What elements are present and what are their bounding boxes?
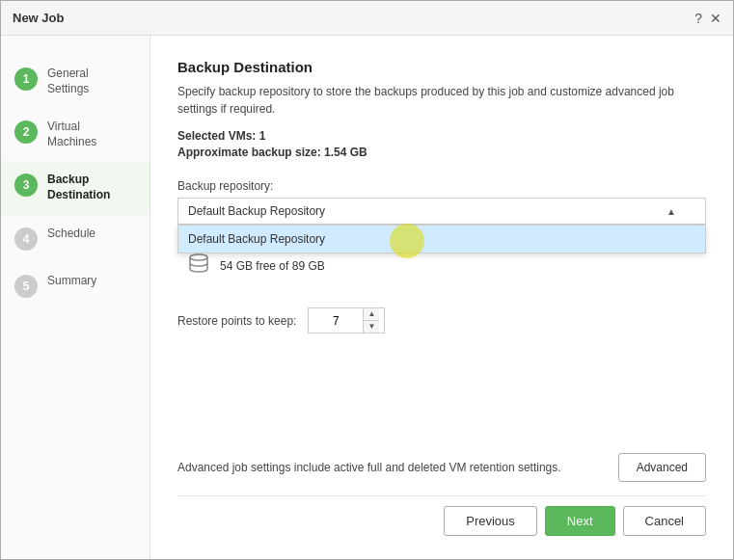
sidebar-item-summary[interactable]: 5 Summary: [1, 262, 150, 309]
restore-points-input[interactable]: 7: [309, 310, 363, 332]
step-label-1: GeneralSettings: [47, 67, 89, 96]
dropdown-item-default[interactable]: Default Backup Repository: [178, 226, 705, 253]
title-bar-icons: ? ✕: [694, 11, 721, 26]
page-title: Backup Destination: [177, 59, 706, 75]
restore-points-label: Restore points to keep:: [177, 314, 296, 328]
step-circle-1: 1: [14, 67, 38, 91]
window: New Job ? ✕ 1 GeneralSettings 2 VirtualM…: [0, 0, 734, 560]
approx-size-value: 1.54 GB: [324, 146, 367, 159]
main-panel: Backup Destination Specify backup reposi…: [150, 36, 733, 559]
database-icon: [187, 252, 210, 280]
previous-button[interactable]: Previous: [444, 506, 537, 536]
selected-vms-label: Selected VMs:: [177, 129, 256, 143]
footer-buttons: Previous Next Cancel: [177, 495, 706, 536]
step-label-4: Schedule: [47, 227, 95, 242]
sidebar-item-virtual-machines[interactable]: 2 VirtualMachines: [1, 108, 150, 161]
selected-vms-value: 1: [259, 129, 266, 143]
advanced-info: Advanced job settings include active ful…: [177, 453, 706, 482]
backup-repo-group: Backup repository: Default Backup Reposi…: [177, 179, 706, 225]
selected-vms-row: Selected VMs: 1: [177, 129, 706, 143]
bottom-section: Advanced job settings include active ful…: [177, 453, 706, 536]
next-button[interactable]: Next: [545, 506, 615, 536]
advanced-button[interactable]: Advanced: [618, 453, 706, 482]
backup-repo-dropdown-wrapper: Default Backup Repository ▲ Default Back…: [177, 198, 706, 225]
sidebar: 1 GeneralSettings 2 VirtualMachines 3 Ba…: [1, 36, 150, 559]
step-circle-2: 2: [14, 120, 38, 144]
advanced-info-text: Advanced job settings include active ful…: [177, 459, 561, 476]
approx-size-row: Approximate backup size: 1.54 GB: [177, 146, 706, 159]
section-description: Specify backup repository to store the b…: [177, 83, 706, 118]
step-circle-3: 3: [14, 173, 38, 197]
spinner-down-button[interactable]: ▼: [364, 321, 379, 333]
step-circle-4: 4: [14, 227, 38, 251]
window-title: New Job: [13, 11, 64, 25]
restore-points-spinner[interactable]: 7 ▲ ▼: [308, 307, 385, 333]
backup-repo-label: Backup repository:: [177, 179, 706, 193]
chevron-up-icon: ▲: [666, 206, 676, 217]
step-label-2: VirtualMachines: [47, 120, 96, 149]
close-icon[interactable]: ✕: [710, 11, 721, 26]
sidebar-item-schedule[interactable]: 4 Schedule: [1, 215, 150, 262]
step-label-5: Summary: [47, 274, 96, 289]
step-circle-5: 5: [14, 275, 38, 298]
restore-points-group: Restore points to keep: 7 ▲ ▼: [177, 307, 706, 333]
approx-size-label: Approximate backup size:: [177, 146, 321, 159]
svg-point-0: [190, 254, 207, 260]
title-bar-left: New Job: [13, 11, 64, 25]
dropdown-value: Default Backup Repository: [188, 204, 325, 218]
content: 1 GeneralSettings 2 VirtualMachines 3 Ba…: [1, 36, 733, 559]
spinner-buttons: ▲ ▼: [363, 308, 379, 333]
step-label-3: BackupDestination: [47, 173, 110, 202]
title-bar: New Job ? ✕: [1, 1, 733, 36]
sidebar-item-backup-destination[interactable]: 3 BackupDestination: [1, 161, 150, 214]
sidebar-item-general-settings[interactable]: 1 GeneralSettings: [1, 55, 150, 108]
help-icon[interactable]: ?: [694, 11, 702, 26]
backup-repo-dropdown[interactable]: Default Backup Repository ▲: [177, 198, 706, 225]
repo-free-space: 54 GB free of 89 GB: [220, 259, 325, 273]
spinner-up-button[interactable]: ▲: [364, 308, 379, 321]
dropdown-menu: Default Backup Repository: [177, 225, 706, 253]
cancel-button[interactable]: Cancel: [623, 506, 706, 536]
